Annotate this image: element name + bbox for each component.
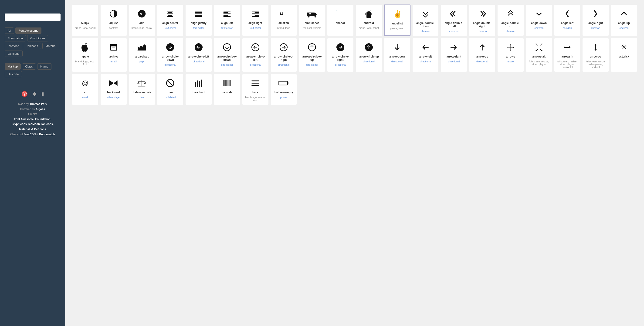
copy-btn-markup[interactable]: Markup — [5, 63, 21, 70]
fontcdn-link[interactable]: FontCDN — [24, 133, 36, 136]
icon-card[interactable]: angle-double-downchevron — [412, 5, 439, 36]
icon-card[interactable]: barshamburger menu, more — [242, 74, 268, 105]
icon-card[interactable]: angle-upchevron — [611, 5, 637, 36]
icon-symbol — [591, 43, 600, 53]
icon-tags: move — [507, 60, 514, 63]
library-btn-foundation[interactable]: Foundation — [5, 35, 26, 42]
icon-card[interactable]: ✌angellistpeace, hand — [384, 5, 410, 36]
icon-card[interactable]: angle-rightchevron — [582, 5, 608, 36]
icon-name: arrow-down — [389, 55, 405, 58]
icon-card[interactable]: arrow-circle-downdirectional — [157, 38, 183, 72]
icon-symbol — [222, 79, 232, 89]
svg-rect-21 — [252, 14, 259, 14]
icon-name: angle-down — [531, 22, 547, 25]
icon-symbol — [536, 9, 542, 20]
icon-card[interactable]: angle-leftchevron — [554, 5, 580, 36]
icon-card[interactable]: balance-scalelaw — [129, 74, 155, 105]
icon-card[interactable]: applebrand, logo, food, fruit — [72, 38, 98, 72]
icon-card[interactable]: arrowsmove — [498, 38, 524, 72]
bootswatch-link[interactable]: Bootswatch — [39, 133, 55, 136]
copy-btn-unicode[interactable]: Unicode — [5, 71, 22, 77]
icon-card[interactable]: arrows-hfullscreen, resize, video player… — [554, 38, 580, 72]
icon-card[interactable]: align-justifytext editor — [186, 5, 212, 36]
svg-rect-82 — [227, 80, 227, 86]
library-btn-material[interactable]: Material — [42, 43, 59, 49]
icon-name: anchor — [336, 22, 345, 25]
icon-card[interactable]: align-centertext editor — [157, 5, 183, 36]
icon-card[interactable]: align-lefttext editor — [214, 5, 240, 36]
icon-name: ban — [168, 91, 173, 94]
github-icon[interactable]: ♈ — [22, 91, 28, 97]
svg-rect-72 — [201, 80, 202, 87]
icon-tags: chevron — [563, 26, 572, 29]
svg-rect-89 — [230, 80, 230, 86]
icon-card[interactable]: aamazonbrand, logo — [271, 5, 297, 36]
library-btn-octicons[interactable]: Octicons — [5, 50, 22, 57]
icon-tags: directional — [164, 63, 176, 66]
icon-symbol — [251, 79, 260, 89]
divider — [5, 83, 60, 83]
search-section — [5, 12, 60, 21]
icon-name: adjust — [110, 22, 118, 25]
icon-card[interactable]: arrow-circle-leftdirectional — [186, 38, 212, 72]
icon-card[interactable]: ambulancemedical, vehicle — [299, 5, 325, 36]
icon-card[interactable]: angle-double-rightchevron — [469, 5, 495, 36]
icon-card[interactable]: Aadnbrand, logo, social — [129, 5, 155, 36]
icon-card[interactable]: adjustcontrast — [100, 5, 127, 36]
icon-card[interactable]: barcode — [214, 74, 240, 105]
icon-symbol — [222, 43, 232, 53]
svg-rect-5 — [168, 12, 172, 13]
facebook-icon[interactable]: ▮ — [41, 91, 44, 97]
svg-rect-94 — [279, 81, 288, 85]
svg-rect-33 — [310, 14, 311, 14]
icon-card[interactable]: arrow-circle-o-rightdirectional — [271, 38, 297, 72]
icon-card[interactable]: align-righttext editor — [242, 5, 268, 36]
icon-card[interactable]: arrow-leftdirectional — [412, 38, 439, 72]
svg-point-37 — [368, 13, 368, 13]
icon-card[interactable]: arrow-updirectional — [469, 38, 495, 72]
svg-rect-9 — [195, 11, 202, 12]
copy-btn-name[interactable]: Name — [37, 63, 52, 70]
icon-card[interactable]: arrows-altfullscreen, resize, video play… — [526, 38, 552, 72]
library-btn-ionicons[interactable]: Ionicons — [24, 43, 41, 49]
icon-card[interactable]: arrow-circle-o-leftdirectional — [242, 38, 268, 72]
icon-card[interactable]: androidbrand, logo, robot — [356, 5, 382, 36]
library-btn-icomoon[interactable]: IcoMoon — [5, 43, 22, 49]
icon-card[interactable]: 500500pxbrand, logo, social — [72, 5, 98, 36]
icon-card[interactable]: angle-double-upchevron — [498, 5, 524, 36]
icon-symbol — [166, 9, 174, 20]
icon-card[interactable]: battery-emptypower — [271, 74, 297, 105]
library-btn-fontawesome[interactable]: Font Awesome — [15, 28, 42, 34]
library-btn-all[interactable]: All — [5, 28, 14, 34]
icon-card[interactable]: ✳asterisk — [611, 38, 637, 72]
icon-card[interactable]: arrow-circle-rightdirectional — [327, 38, 354, 72]
icon-name: align-left — [221, 22, 233, 25]
icon-card[interactable]: arrow-circle-o-updirectional — [299, 38, 325, 72]
icon-card[interactable]: arrow-circle-o-downdirectional — [214, 38, 240, 72]
icon-card[interactable]: banprohibited — [157, 74, 183, 105]
icon-card[interactable]: area-chartgraph — [129, 38, 155, 72]
icon-card[interactable]: bar-chart — [186, 74, 212, 105]
library-btn-glyphicons[interactable]: Glyphicons — [27, 35, 48, 42]
copy-btn-class[interactable]: Class — [22, 63, 36, 70]
icon-symbol: @ — [81, 79, 90, 89]
icon-tags: brand, logo — [277, 26, 290, 29]
icon-card[interactable]: arrows-vfullscreen, resize, video player… — [582, 38, 608, 72]
icon-name: align-center — [162, 22, 178, 25]
icon-card[interactable]: arrow-rightdirectional — [441, 38, 467, 72]
icon-card[interactable]: @atemail — [72, 74, 98, 105]
icon-card[interactable]: arrow-downdirectional — [384, 38, 410, 72]
svg-rect-90 — [230, 80, 231, 86]
svg-rect-13 — [195, 16, 202, 17]
svg-point-38 — [370, 13, 370, 13]
search-input[interactable] — [5, 14, 60, 21]
icon-card[interactable]: arrow-circle-updirectional — [356, 38, 382, 72]
icon-card[interactable]: archiveemail — [100, 38, 127, 72]
twitter-icon[interactable]: ✱ — [32, 91, 36, 97]
icon-name: angle-double-up — [500, 22, 521, 28]
icon-card[interactable]: angle-downchevron — [526, 5, 552, 36]
icon-card[interactable]: angle-double-leftchevron — [441, 5, 467, 36]
icon-card[interactable]: backwardvideo player — [100, 74, 127, 105]
icon-tags: text editor — [250, 26, 261, 29]
icon-card[interactable]: ⚓anchor — [327, 5, 354, 36]
